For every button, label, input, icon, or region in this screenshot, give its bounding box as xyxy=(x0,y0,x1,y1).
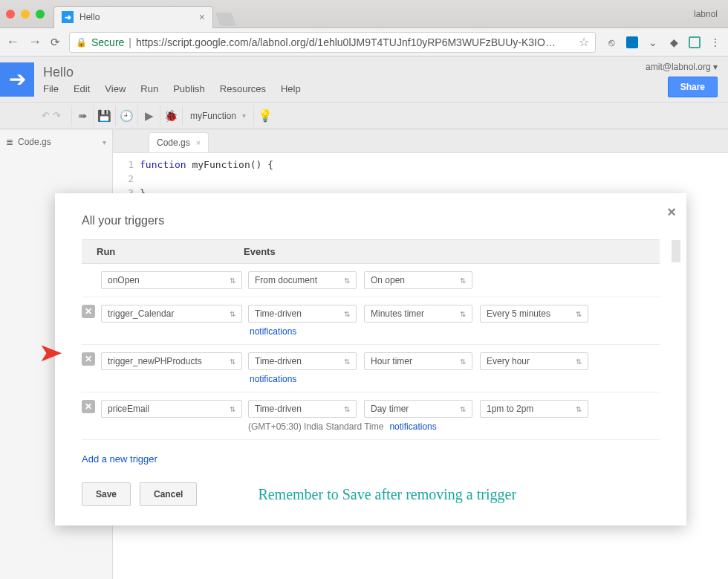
browser-profile-label[interactable]: labnol xyxy=(689,9,722,19)
save-button[interactable]: Save xyxy=(82,482,131,506)
app-header: ➔ Hello File Edit View Run Publish Resou… xyxy=(0,56,728,103)
triggers-clock-icon[interactable]: 🕘 xyxy=(116,106,138,126)
secure-label: Secure xyxy=(91,36,124,48)
user-email[interactable]: amit@labnol.org ▾ xyxy=(646,62,718,72)
file-icon: ≣ xyxy=(6,137,13,147)
event-select[interactable]: Every 5 minutes⇅ xyxy=(480,305,588,323)
annotation-text: Remember to Save after removing a trigge… xyxy=(258,486,516,503)
pocket-icon[interactable]: ⌄ xyxy=(646,36,660,49)
column-events: Events xyxy=(244,246,645,257)
trello-icon[interactable] xyxy=(625,36,639,49)
notifications-link[interactable]: notifications xyxy=(250,326,296,337)
reload-button[interactable]: ⟳ xyxy=(51,36,60,49)
apps-script-logo[interactable]: ➔ xyxy=(0,62,34,97)
run-function-select[interactable]: priceEmail⇅ xyxy=(101,400,242,418)
triggers-dialog: × All your triggers Run Events ✕onOpen⇅F… xyxy=(55,193,686,525)
event-select[interactable]: Time-driven⇅ xyxy=(248,352,357,370)
redo-icon[interactable]: ↷ xyxy=(53,110,61,121)
event-select[interactable]: Time-driven⇅ xyxy=(248,305,357,323)
extensions-area: ⎋ ⌄ ◆ ⋮ xyxy=(605,36,722,49)
file-item[interactable]: ≣ Code.gs ▾ xyxy=(6,137,106,147)
debug-icon[interactable]: 🐞 xyxy=(160,106,183,126)
undo-icon[interactable]: ↶ xyxy=(42,110,50,121)
menu-run[interactable]: Run xyxy=(140,83,158,94)
browser-toolbar: ← → ⟳ 🔒 Secure | https://script.google.c… xyxy=(0,28,728,56)
forward-button[interactable]: → xyxy=(28,34,42,50)
run-function-select[interactable]: onOpen⇅ xyxy=(101,271,242,289)
run-icon[interactable]: ▶ xyxy=(138,106,160,126)
function-select[interactable]: myFunction▾ xyxy=(183,106,254,126)
lock-icon: 🔒 xyxy=(76,37,87,48)
extension-icon[interactable]: ⎋ xyxy=(605,36,618,49)
event-select[interactable]: From document⇅ xyxy=(248,271,357,289)
pin-icon[interactable]: ◆ xyxy=(667,36,680,49)
event-select[interactable]: Time-driven⇅ xyxy=(248,400,357,418)
minimize-window-button[interactable] xyxy=(21,10,30,19)
editor-tabstrip: Code.gs × xyxy=(113,129,728,153)
event-select[interactable]: 1pm to 2pm⇅ xyxy=(480,400,588,418)
new-tab-button[interactable] xyxy=(215,13,237,26)
cancel-button[interactable]: Cancel xyxy=(140,482,197,506)
event-select[interactable]: Hour timer⇅ xyxy=(364,352,472,370)
maximize-window-button[interactable] xyxy=(36,10,45,19)
tab-close-icon[interactable]: × xyxy=(199,11,205,23)
dialog-title: All your triggers xyxy=(82,214,660,227)
window-controls xyxy=(6,10,45,19)
file-name: Code.gs xyxy=(18,137,51,147)
trigger-row: ✕trigger_newPHProducts⇅Time-driven⇅Hour … xyxy=(82,345,660,392)
delete-trigger-icon[interactable]: ✕ xyxy=(82,400,95,413)
extension-icon[interactable] xyxy=(688,36,701,49)
notifications-link[interactable]: notifications xyxy=(250,374,296,384)
delete-trigger-icon[interactable]: ✕ xyxy=(82,305,95,318)
dialog-close-icon[interactable]: × xyxy=(667,204,676,221)
trigger-row: ✕priceEmail⇅Time-driven⇅Day timer⇅1pm to… xyxy=(82,392,660,440)
trigger-row: ✕trigger_Calendar⇅Time-driven⇅Minutes ti… xyxy=(82,297,660,345)
scrollbar[interactable] xyxy=(672,240,680,262)
lightbulb-icon[interactable]: 💡 xyxy=(254,106,276,126)
event-select[interactable]: On open⇅ xyxy=(364,271,472,289)
triggers-header-row: Run Events xyxy=(82,239,660,264)
event-select[interactable]: Minutes timer⇅ xyxy=(364,305,472,323)
event-select[interactable]: Day timer⇅ xyxy=(364,400,472,418)
run-function-select[interactable]: trigger_Calendar⇅ xyxy=(101,305,242,323)
menu-resources[interactable]: Resources xyxy=(220,83,266,94)
menu-edit[interactable]: Edit xyxy=(74,83,90,94)
file-menu-chevron-icon[interactable]: ▾ xyxy=(103,138,106,146)
back-button[interactable]: ← xyxy=(6,34,19,50)
browser-titlebar: ➜ Hello × labnol xyxy=(0,0,728,28)
tab-title: Hello xyxy=(79,12,193,22)
editor-tab-label: Code.gs xyxy=(157,138,190,148)
timezone-label: (GMT+05:30) India Standard Time xyxy=(248,421,383,432)
menubar: File Edit View Run Publish Resources Hel… xyxy=(43,83,646,94)
close-window-button[interactable] xyxy=(6,10,15,19)
menu-view[interactable]: View xyxy=(105,83,126,94)
menu-publish[interactable]: Publish xyxy=(173,83,205,94)
arrow-icon: ➔ xyxy=(9,67,26,91)
browser-tab[interactable]: ➜ Hello × xyxy=(53,6,213,28)
app-toolbar: ↶ ↷ ➠ 💾 🕘 ▶ 🐞 myFunction▾ 💡 xyxy=(0,103,728,129)
delete-trigger-icon[interactable]: ✕ xyxy=(82,352,95,366)
trigger-row: ✕onOpen⇅From document⇅On open⇅ xyxy=(82,264,660,297)
address-bar[interactable]: 🔒 Secure | https://script.google.com/a/l… xyxy=(69,32,596,53)
menu-icon[interactable]: ⋮ xyxy=(709,36,722,49)
url-text: https://script.google.com/a/labnol.org/d… xyxy=(136,36,556,48)
menu-help[interactable]: Help xyxy=(281,83,301,94)
tab-favicon: ➜ xyxy=(62,11,74,23)
run-function-select[interactable]: trigger_newPHProducts⇅ xyxy=(101,352,242,370)
tab-close-icon[interactable]: × xyxy=(196,138,201,147)
notifications-link[interactable]: notifications xyxy=(389,421,436,432)
add-trigger-link[interactable]: Add a new trigger xyxy=(82,453,157,465)
project-name[interactable]: Hello xyxy=(43,65,646,80)
indent-icon[interactable]: ➠ xyxy=(71,106,94,126)
annotation-arrow-icon: ➤ xyxy=(38,337,63,367)
save-icon[interactable]: 💾 xyxy=(94,106,116,126)
share-button[interactable]: Share xyxy=(668,77,718,97)
column-run: Run xyxy=(97,246,244,257)
editor-tab[interactable]: Code.gs × xyxy=(149,132,209,152)
menu-file[interactable]: File xyxy=(43,83,59,94)
event-select[interactable]: Every hour⇅ xyxy=(480,352,588,370)
bookmark-star-icon[interactable]: ☆ xyxy=(579,35,589,49)
